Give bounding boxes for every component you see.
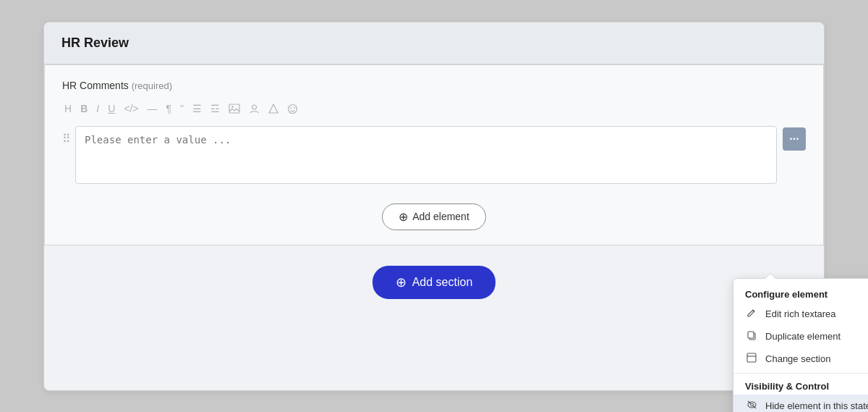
paragraph-icon[interactable]: ¶ bbox=[164, 102, 174, 115]
field-row: ⠿ ··· Configure element Edit rich textar… bbox=[62, 126, 806, 186]
rich-textarea[interactable] bbox=[75, 126, 777, 184]
rich-text-toolbar: H B I U </> — ¶ " ☰ ☲ bbox=[62, 97, 806, 120]
svg-rect-9 bbox=[747, 353, 756, 362]
heading-icon[interactable]: H bbox=[62, 102, 74, 115]
ordered-list-icon[interactable]: ☲ bbox=[208, 102, 222, 115]
section-body: HR Comments (required) H B I U </> — ¶ "… bbox=[44, 64, 824, 245]
user-icon[interactable] bbox=[247, 101, 262, 116]
color-icon[interactable] bbox=[266, 101, 281, 115]
svg-point-1 bbox=[231, 106, 233, 107]
add-element-label: Add element bbox=[412, 211, 469, 222]
svg-point-13 bbox=[750, 403, 753, 406]
underline-icon[interactable]: U bbox=[106, 102, 117, 115]
italic-icon[interactable]: I bbox=[94, 102, 101, 115]
hide-element-label: Hide element in this state bbox=[765, 400, 868, 411]
main-container: HR Review HR Comments (required) H B I U… bbox=[43, 22, 825, 391]
add-section-label: Add section bbox=[412, 276, 473, 289]
emoji-icon[interactable] bbox=[285, 101, 300, 116]
quote-icon[interactable]: " bbox=[178, 102, 186, 115]
edit-icon bbox=[745, 308, 758, 320]
duplicate-icon bbox=[745, 330, 758, 342]
change-section-label: Change section bbox=[765, 353, 830, 364]
add-section-plus-icon: ⊕ bbox=[396, 274, 407, 290]
context-menu: Configure element Edit rich textarea Dup… bbox=[733, 278, 868, 412]
svg-point-5 bbox=[290, 107, 292, 109]
svg-point-2 bbox=[252, 105, 257, 109]
visibility-control-title: Visibility & Control bbox=[733, 377, 868, 395]
bold-icon[interactable]: B bbox=[78, 102, 90, 115]
change-section-item[interactable]: Change section › bbox=[733, 348, 868, 370]
options-button[interactable]: ··· bbox=[783, 127, 806, 151]
hide-icon bbox=[745, 400, 758, 412]
duplicate-element-label: Duplicate element bbox=[765, 331, 841, 342]
add-section-button[interactable]: ⊕ Add section bbox=[373, 266, 496, 299]
section-title: HR Review bbox=[61, 35, 129, 50]
unordered-list-icon[interactable]: ☰ bbox=[190, 102, 204, 115]
add-element-button[interactable]: ⊕ Add element bbox=[382, 203, 486, 230]
duplicate-element-item[interactable]: Duplicate element bbox=[733, 325, 868, 348]
image-icon[interactable] bbox=[226, 101, 242, 116]
divider-icon[interactable]: — bbox=[145, 102, 160, 115]
add-section-area: ⊕ Add section bbox=[44, 266, 824, 314]
add-element-plus-icon: ⊕ bbox=[399, 210, 408, 224]
textarea-wrapper bbox=[75, 126, 777, 186]
section-header: HR Review bbox=[44, 22, 824, 64]
hide-element-item[interactable]: Hide element in this state bbox=[733, 395, 868, 412]
svg-point-6 bbox=[294, 107, 295, 109]
edit-rich-textarea-item[interactable]: Edit rich textarea bbox=[733, 303, 868, 325]
change-section-icon bbox=[745, 353, 758, 365]
code-icon[interactable]: </> bbox=[122, 102, 140, 115]
menu-divider-1 bbox=[733, 373, 868, 374]
svg-rect-0 bbox=[229, 104, 239, 113]
svg-rect-8 bbox=[748, 332, 754, 338]
field-label: HR Comments (required) bbox=[62, 80, 806, 91]
drag-handle[interactable]: ⠿ bbox=[62, 126, 69, 146]
svg-marker-3 bbox=[269, 104, 278, 113]
add-element-row: ⊕ Add element bbox=[62, 203, 806, 230]
configure-element-title: Configure element bbox=[733, 285, 868, 303]
options-dots: ··· bbox=[789, 133, 799, 146]
svg-point-4 bbox=[289, 104, 297, 113]
edit-rich-textarea-label: Edit rich textarea bbox=[765, 308, 836, 319]
